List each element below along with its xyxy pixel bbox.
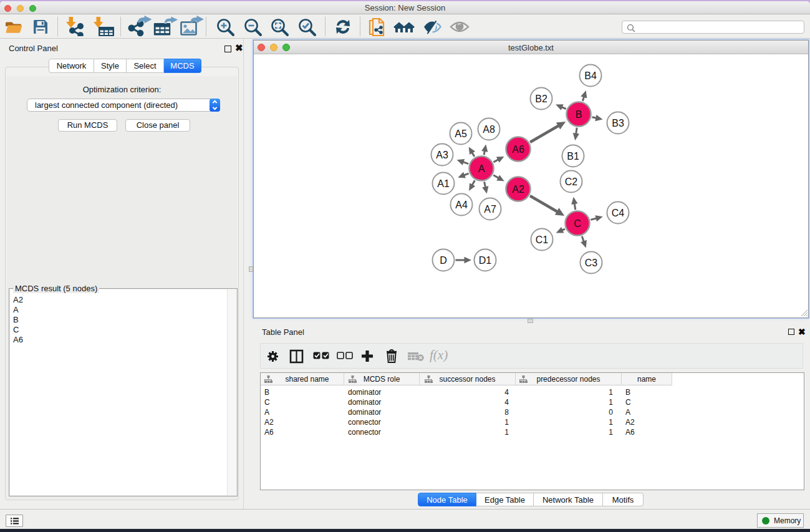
svg-text:B2: B2 [535, 94, 547, 104]
svg-text:C4: C4 [612, 208, 625, 218]
svg-text:A6: A6 [512, 144, 524, 155]
svg-text:A2: A2 [512, 184, 524, 195]
svg-text:C3: C3 [585, 258, 598, 268]
svg-text:A8: A8 [483, 124, 495, 135]
svg-text:A3: A3 [436, 150, 448, 160]
svg-text:C: C [574, 218, 581, 229]
svg-text:D1: D1 [479, 255, 492, 266]
svg-text:B4: B4 [584, 70, 597, 81]
svg-text:B: B [576, 109, 582, 120]
svg-text:A5: A5 [455, 128, 467, 139]
svg-text:C2: C2 [565, 177, 578, 187]
svg-text:A1: A1 [437, 178, 450, 189]
svg-text:A7: A7 [484, 204, 496, 215]
svg-text:C1: C1 [536, 235, 549, 245]
svg-text:B3: B3 [612, 118, 624, 128]
svg-text:D: D [440, 255, 447, 266]
svg-text:A: A [478, 163, 485, 174]
svg-text:A4: A4 [455, 200, 468, 210]
svg-text:B1: B1 [567, 151, 579, 162]
